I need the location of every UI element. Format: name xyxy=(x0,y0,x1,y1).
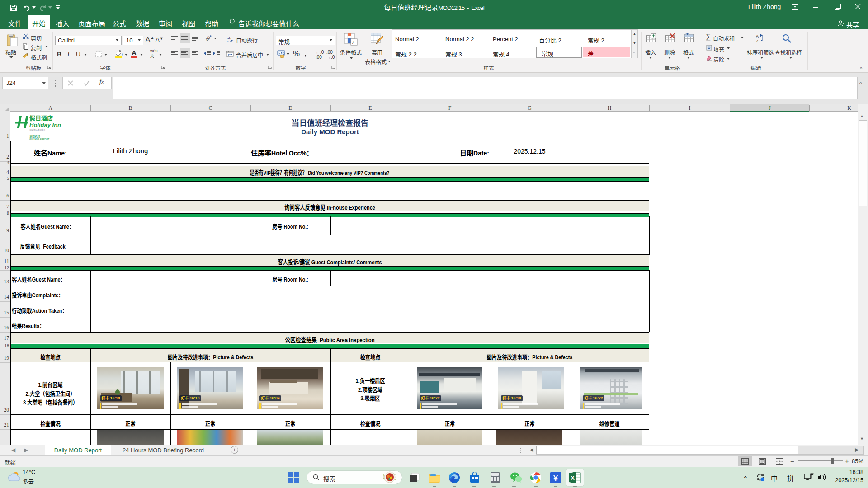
svg-text:A: A xyxy=(756,34,759,38)
svg-text:c: c xyxy=(227,39,229,43)
svg-text:X: X xyxy=(571,474,575,481)
svg-text:贵阳机场: 贵阳机场 xyxy=(29,134,40,138)
svg-text:GUIYANG AIRPORT: GUIYANG AIRPORT xyxy=(29,138,49,141)
svg-text:Holiday Inn: Holiday Inn xyxy=(29,122,61,128)
svg-text:假日酒店: 假日酒店 xyxy=(29,114,53,122)
svg-text:≠: ≠ xyxy=(352,39,355,46)
svg-text:洲际酒店集团旗下: 洲际酒店集团旗下 xyxy=(29,128,46,131)
svg-text:￥: ￥ xyxy=(552,472,559,483)
svg-text:Z: Z xyxy=(756,39,759,43)
